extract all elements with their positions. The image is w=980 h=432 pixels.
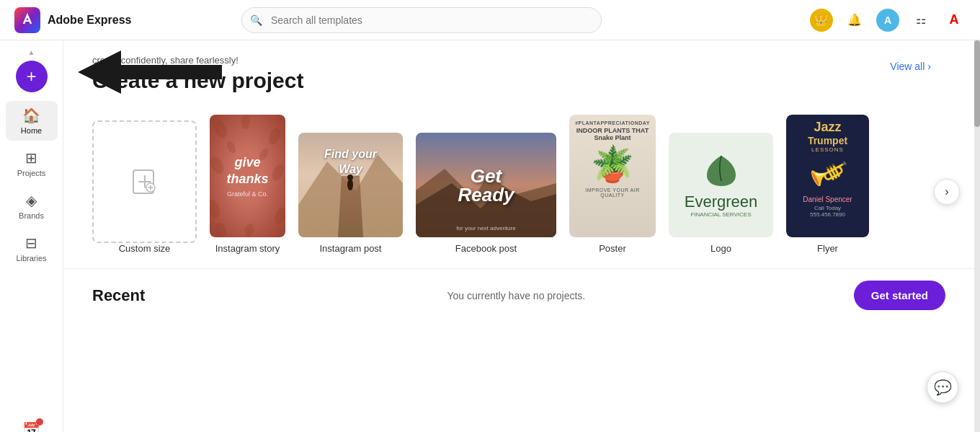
card-facebook-post-label: Facebook post xyxy=(455,243,517,254)
card-instagram-story[interactable]: givethanks Grateful & Co. Instagram stor… xyxy=(210,115,285,254)
get-ready-text: GetReady xyxy=(458,167,514,204)
svg-point-6 xyxy=(210,154,226,177)
top-header: Adobe Express 🔍 👑 🔔 A ⚏ A xyxy=(0,0,980,40)
svg-point-13 xyxy=(226,140,238,155)
card-instagram-post-label: Instagram post xyxy=(320,243,382,254)
card-custom-size-label: Custom size xyxy=(119,243,171,254)
search-icon: 🔍 xyxy=(250,14,262,26)
adobe-icon[interactable]: A xyxy=(943,9,966,32)
sidebar-item-libraries[interactable]: ⊟ Libraries xyxy=(6,229,58,268)
card-instagram-story-label: Instagram story xyxy=(215,243,280,254)
page-scrollbar[interactable] xyxy=(974,40,980,432)
custom-size-icon xyxy=(129,166,161,198)
card-logo[interactable]: Evergreen FINANCIAL SERVICES Logo xyxy=(669,133,773,254)
sidebar-item-projects[interactable]: ⊞ Projects xyxy=(6,144,58,183)
svg-marker-1 xyxy=(78,50,222,94)
chevron-right-icon: › xyxy=(927,61,931,72)
header-actions: 👑 🔔 A ⚏ A xyxy=(810,9,966,32)
sidebar-item-brands-label: Brands xyxy=(19,211,44,220)
apps-icon[interactable]: ⚏ xyxy=(909,9,932,32)
svg-point-14 xyxy=(257,147,270,162)
svg-point-18 xyxy=(347,179,353,190)
view-all-link[interactable]: View all › xyxy=(890,61,931,72)
search-bar: 🔍 xyxy=(241,7,602,33)
sidebar-item-libraries-label: Libraries xyxy=(16,254,46,263)
card-poster-label: Poster xyxy=(599,243,626,254)
svg-point-12 xyxy=(244,223,255,237)
card-instagram-post[interactable]: Find yourWay Instagram post xyxy=(298,133,403,254)
card-flyer[interactable]: Jazz Trumpet LESSONS 🎺 Daniel Spencer Ca… xyxy=(786,115,869,254)
recent-empty-text: You currently have no projects. xyxy=(179,290,854,301)
sidebar-item-brands[interactable]: ◈ Brands xyxy=(6,186,58,226)
sidebar-scroll-up[interactable]: ▲ xyxy=(26,46,37,58)
card-custom-size[interactable]: Custom size xyxy=(92,120,197,254)
sidebar: ▲ + 🏠 Home ⊞ Projects ◈ Brands ⊟ Librari… xyxy=(0,40,63,432)
card-flyer-label: Flyer xyxy=(817,243,838,254)
sidebar-item-home[interactable]: 🏠 Home xyxy=(6,101,58,141)
svg-point-11 xyxy=(241,115,251,129)
brands-icon: ◈ xyxy=(26,192,37,209)
projects-icon: ⊞ xyxy=(25,149,37,167)
sidebar-item-schedule[interactable]: 📅 Schedule xyxy=(6,415,58,432)
crown-icon[interactable]: 👑 xyxy=(810,9,833,32)
get-started-button[interactable]: Get started xyxy=(854,281,945,310)
instagram-story-thumb: givethanks Grateful & Co. xyxy=(210,115,285,237)
add-button[interactable]: + xyxy=(16,61,48,92)
poster-thumb: #PLANTAPPRECIATIONDAY INDOOR PLANTS THAT… xyxy=(569,115,656,237)
sidebar-item-projects-label: Projects xyxy=(17,169,46,177)
svg-point-9 xyxy=(272,206,285,225)
card-poster[interactable]: #PLANTAPPRECIATIONDAY INDOOR PLANTS THAT… xyxy=(569,115,656,254)
home-icon: 🏠 xyxy=(22,107,40,124)
search-input[interactable] xyxy=(241,7,602,33)
custom-size-thumb xyxy=(92,120,197,243)
app-logo-icon xyxy=(14,7,40,33)
project-cards-row: Custom size xyxy=(63,115,974,268)
notifications-button[interactable]: 🔔 xyxy=(843,9,866,32)
content-scroll[interactable]: create confidently, share fearlessly! Cr… xyxy=(63,40,974,432)
arrow-annotation xyxy=(78,50,222,97)
svg-point-5 xyxy=(267,126,282,146)
card-facebook-post[interactable]: GetReady for your next adventure Faceboo… xyxy=(416,133,556,254)
next-cards-button[interactable]: › xyxy=(934,179,960,205)
instagram-post-thumb: Find yourWay xyxy=(298,133,403,237)
app-logo[interactable]: Adobe Express xyxy=(14,7,131,33)
facebook-post-thumb: GetReady for your next adventure xyxy=(416,133,556,237)
libraries-icon: ⊟ xyxy=(25,234,37,252)
svg-point-7 xyxy=(270,162,285,182)
card-logo-label: Logo xyxy=(710,243,731,254)
svg-point-10 xyxy=(213,221,228,237)
recent-title: Recent xyxy=(92,286,179,305)
chat-button[interactable]: 💬 xyxy=(927,371,958,403)
logo-thumb: Evergreen FINANCIAL SERVICES xyxy=(669,133,773,237)
svg-point-8 xyxy=(210,198,222,219)
scrollbar-thumb xyxy=(974,40,980,127)
main-content: create confidently, share fearlessly! Cr… xyxy=(63,40,974,432)
avatar[interactable]: A xyxy=(876,9,899,32)
recent-section: Recent You currently have no projects. G… xyxy=(63,268,974,322)
svg-point-4 xyxy=(212,118,229,140)
sidebar-item-home-label: Home xyxy=(21,126,42,135)
flyer-thumb: Jazz Trumpet LESSONS 🎺 Daniel Spencer Ca… xyxy=(786,115,869,237)
app-name-label: Adobe Express xyxy=(48,14,131,27)
